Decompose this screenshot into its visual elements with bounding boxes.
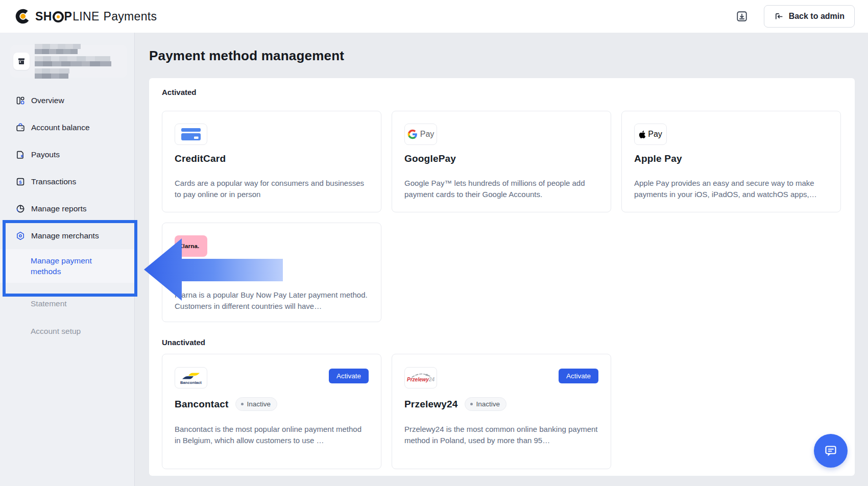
sidebar-item-label: Manage merchants	[31, 231, 99, 240]
chat-button[interactable]	[814, 434, 848, 468]
brand-product: Payments	[104, 10, 157, 23]
wallet-icon	[16, 123, 25, 132]
brand-logo: SHPLINEPayments	[15, 9, 157, 24]
card-description: Bancontact is the most popular online pa…	[175, 424, 369, 446]
payment-method-card-googlepay[interactable]: Pay GooglePay Google Pay™ lets hundreds …	[392, 111, 611, 212]
sidebar-subitem-label: Account setup	[31, 327, 81, 336]
activated-section-label: Activated	[162, 87, 842, 98]
applepay-wordmark: Pay	[648, 130, 662, 139]
download-icon	[736, 10, 748, 22]
sidebar-item-account-balance[interactable]: Account balance	[0, 114, 134, 141]
brand-shop-sh: SH	[35, 10, 52, 23]
svg-text:$: $	[19, 179, 22, 184]
bancontact-swoosh-icon	[182, 373, 200, 379]
card-title: Bancontact	[175, 399, 228, 410]
page-title: Payment method management	[149, 48, 868, 64]
sidebar-item-manage-reports[interactable]: Manage reports	[0, 195, 134, 222]
applepay-logo: Pay	[634, 124, 667, 145]
sidebar-subitem-label: Manage payment methods	[31, 255, 108, 277]
bancontact-wordmark: Bancontact	[180, 380, 202, 385]
activate-button[interactable]: Activate	[329, 369, 369, 383]
merchant-name-redacted	[35, 44, 111, 79]
sidebar-item-label: Payouts	[31, 150, 60, 159]
sidebar-item-label: Transactions	[31, 177, 76, 186]
brand-o-glyph	[53, 11, 64, 22]
back-to-admin-button[interactable]: Back to admin	[764, 5, 855, 28]
merchant-avatar	[13, 53, 30, 70]
sidebar-item-label: Overview	[31, 96, 64, 105]
top-header: SHPLINEPayments Back to admin	[0, 0, 868, 33]
status-badge: Inactive	[235, 397, 277, 411]
status-badge: Inactive	[465, 397, 507, 411]
bancontact-logo: Bancontact	[175, 367, 207, 388]
payment-methods-panel: Activated CreditCard Cards are a popu	[149, 78, 855, 476]
brand-line: LINE	[73, 10, 99, 23]
sidebar-item-manage-payment-methods[interactable]: Manage payment methods	[0, 249, 134, 283]
activated-cards-grid: CreditCard Cards are a popular way for c…	[162, 111, 842, 322]
sidebar-subitem-label: Statement	[31, 299, 67, 308]
sidebar-item-overview[interactable]: Overview	[0, 87, 134, 114]
przelewy24-logo: Przelewy24	[404, 367, 437, 388]
main-content: Payment method management Activated	[135, 33, 868, 486]
sidebar-item-payouts[interactable]: Payouts	[0, 141, 134, 168]
card-description: Klarna is a popular Buy Now Pay Later pa…	[175, 289, 369, 311]
przelewy-wordmark-grey: 24	[429, 377, 435, 382]
merchant-switcher[interactable]	[10, 45, 127, 78]
card-title: Klarna	[175, 265, 369, 276]
brand-shop-p: P	[64, 10, 73, 23]
header-actions: Back to admin	[732, 5, 855, 28]
payment-method-card-applepay[interactable]: Pay Apple Pay Apple Pay provides an easy…	[621, 111, 841, 212]
card-description: Przelewy24 is the most common online ban…	[404, 424, 598, 446]
sidebar-item-label: Account balance	[31, 123, 90, 132]
apple-icon	[639, 130, 646, 139]
merchants-icon	[16, 231, 25, 240]
overview-icon	[16, 96, 25, 105]
klarna-wordmark: Klarna.	[179, 243, 199, 249]
credit-card-icon	[181, 127, 201, 141]
creditcard-logo	[175, 124, 207, 145]
sidebar-item-transactions[interactable]: $ Transactions	[0, 168, 134, 195]
sidebar: Overview Account balance	[0, 33, 135, 486]
sidebar-nav: Overview Account balance	[0, 87, 134, 344]
payment-method-card-przelewy24[interactable]: Activate Przelewy24 Przelewy24 Inactive	[392, 354, 611, 469]
status-dot	[470, 403, 473, 405]
card-title: CreditCard	[175, 153, 369, 164]
card-description: Google Pay™ lets hundreds of millions of…	[404, 178, 598, 200]
klarna-logo: Klarna.	[175, 235, 207, 257]
brand-wordmark: SHPLINEPayments	[35, 10, 157, 23]
chat-bubble-icon	[823, 443, 839, 459]
reports-icon	[16, 204, 25, 213]
payment-method-card-creditcard[interactable]: CreditCard Cards are a popular way for c…	[162, 111, 381, 212]
unactivated-section-label: Unactivated	[162, 337, 842, 348]
sidebar-item-label: Manage reports	[31, 204, 87, 213]
przelewy-wordmark-red: Przelewy	[407, 377, 429, 382]
googlepay-logo: Pay	[404, 124, 437, 145]
status-label: Inactive	[247, 400, 271, 408]
exit-icon	[774, 12, 784, 21]
status-dot	[241, 403, 244, 405]
sidebar-item-account-setup[interactable]: Account setup	[0, 319, 134, 344]
card-description: Apple Pay provides an easy and secure wa…	[634, 178, 828, 200]
status-label: Inactive	[476, 400, 500, 408]
activate-button[interactable]: Activate	[559, 369, 598, 383]
card-description: Cards are a popular way for consumers an…	[175, 178, 369, 200]
storefront-icon	[17, 57, 26, 66]
shopline-logo-mark	[15, 9, 31, 24]
sidebar-item-statement[interactable]: Statement	[0, 291, 134, 317]
back-to-admin-label: Back to admin	[789, 12, 845, 21]
payment-method-card-klarna[interactable]: Klarna. Klarna Klarna is a popular Buy N…	[162, 223, 381, 322]
unactivated-cards-grid: Activate Bancontact Bancontact Inactive	[162, 354, 842, 469]
transactions-icon: $	[16, 177, 25, 186]
card-title: Przelewy24	[404, 399, 457, 410]
card-title: Apple Pay	[634, 153, 828, 164]
card-title: GooglePay	[404, 153, 598, 164]
shopline-payments-app: SHPLINEPayments Back to admin	[0, 0, 868, 486]
gpay-wordmark: Pay	[420, 130, 435, 139]
download-button[interactable]	[732, 7, 752, 26]
payouts-icon	[16, 150, 25, 159]
sidebar-item-manage-merchants[interactable]: Manage merchants	[0, 222, 134, 249]
google-g-icon	[407, 129, 418, 139]
payment-method-card-bancontact[interactable]: Activate Bancontact Bancontact Inactive	[162, 354, 381, 469]
